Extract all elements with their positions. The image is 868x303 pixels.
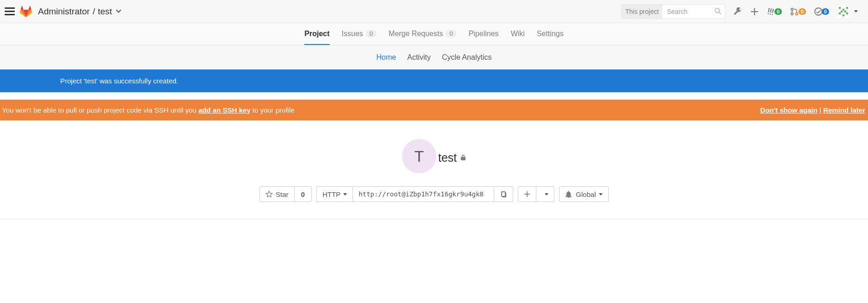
gitlab-logo-icon[interactable] (19, 5, 32, 18)
search-icon (714, 7, 722, 15)
flash-ssh-warning: You won't be able to pull or push projec… (0, 100, 868, 120)
tab-issues[interactable]: Issues0 (342, 23, 377, 45)
project-buttons: Star 0 HTTP Global (0, 186, 868, 202)
tab-merge-requests[interactable]: Merge Requests0 (389, 23, 457, 45)
project-nav-tabs: Project Issues0 Merge Requests0 Pipeline… (0, 23, 868, 45)
tab-settings[interactable]: Settings (537, 23, 564, 45)
svg-point-3 (815, 8, 822, 15)
caret-down-icon (854, 10, 858, 13)
tab-pipelines[interactable]: Pipelines (469, 23, 499, 45)
hamburger-menu-icon[interactable] (5, 6, 15, 17)
add-dropdown-group (518, 186, 554, 202)
subtab-home[interactable]: Home (377, 53, 396, 62)
svg-rect-11 (844, 11, 846, 13)
caret-down-icon (545, 193, 548, 196)
svg-point-0 (791, 8, 793, 10)
star-count: 0 (294, 187, 311, 202)
user-avatar-icon[interactable] (837, 6, 858, 18)
subtab-activity[interactable]: Activity (407, 53, 431, 62)
search-scope-label[interactable]: This project (622, 5, 662, 19)
svg-rect-6 (846, 7, 848, 9)
clone-url-field[interactable] (352, 187, 494, 202)
breadcrumb-owner: Administrator (38, 6, 90, 17)
project-avatar: T (402, 139, 436, 173)
breadcrumb-project: test (98, 6, 112, 17)
header-issues-count: 0 (774, 8, 782, 15)
copy-url-button[interactable] (494, 187, 513, 202)
plus-icon (524, 191, 530, 197)
header-todos-count: 0 (822, 8, 829, 15)
header-issues-icon[interactable]: 0 (767, 7, 782, 16)
remind-later-link[interactable]: Remind later (823, 106, 865, 114)
svg-rect-7 (843, 9, 844, 11)
header-todos-icon[interactable]: 0 (814, 7, 829, 16)
protocol-dropdown[interactable]: HTTP (317, 187, 352, 202)
plus-icon[interactable] (750, 7, 759, 16)
project-title: test (438, 151, 466, 164)
add-dropdown-toggle[interactable] (536, 187, 554, 202)
header-merge-requests-icon[interactable]: 0 (790, 7, 806, 16)
subtab-cycle-analytics[interactable]: Cycle Analytics (442, 53, 492, 62)
wrench-icon[interactable] (734, 7, 742, 16)
svg-point-2 (796, 13, 798, 15)
copy-icon (500, 190, 507, 198)
svg-rect-8 (839, 13, 841, 14)
svg-rect-9 (846, 13, 848, 14)
svg-rect-12 (843, 14, 844, 16)
breadcrumb[interactable]: Administrator / test (38, 6, 120, 17)
dont-show-again-link[interactable]: Don't show again (760, 106, 818, 114)
svg-rect-5 (839, 7, 841, 9)
star-button[interactable]: Star (260, 187, 294, 202)
clone-url-input[interactable] (359, 187, 488, 202)
search-container: This project (621, 4, 725, 19)
caret-down-icon (343, 193, 347, 196)
flash-success: Project 'test' was successfully created. (0, 69, 868, 92)
chevron-down-icon (116, 7, 121, 13)
star-icon (265, 190, 273, 198)
lock-icon (460, 154, 466, 161)
notification-dropdown[interactable]: Global (559, 186, 608, 202)
clone-group: HTTP (316, 186, 513, 202)
tab-wiki[interactable]: Wiki (511, 23, 525, 45)
star-button-group: Star 0 (259, 186, 312, 202)
project-home: T test Star 0 HTTP (0, 120, 868, 219)
tab-project[interactable]: Project (304, 23, 329, 45)
caret-down-icon (599, 193, 603, 196)
svg-rect-10 (841, 11, 843, 13)
header-mr-count: 0 (799, 8, 806, 15)
top-header: Administrator / test This project 0 0 0 (0, 0, 868, 23)
add-ssh-key-link[interactable]: add an SSH key (198, 106, 251, 114)
svg-point-1 (791, 13, 793, 15)
add-button[interactable] (518, 187, 536, 202)
project-sub-nav: Home Activity Cycle Analytics (0, 45, 868, 69)
bell-icon (565, 191, 572, 198)
